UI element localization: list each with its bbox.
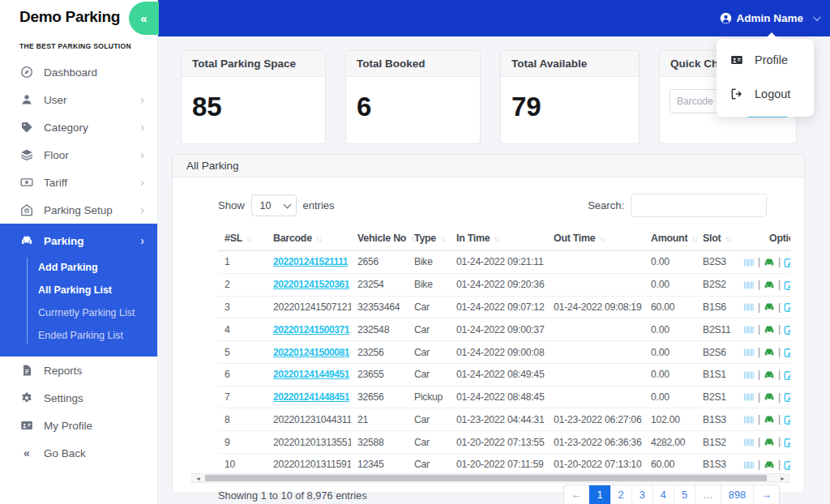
barcode-icon[interactable]: [743, 347, 755, 358]
column-header-vehicle-no[interactable]: Vehicle No↑↓: [351, 229, 408, 251]
cell-actions: |||: [737, 386, 790, 408]
barcode-icon[interactable]: [743, 301, 755, 313]
sidebar-subitem-all-parking-list[interactable]: All Parking List: [0, 279, 157, 301]
card-title: Total Parking Space: [182, 51, 325, 77]
edit-icon[interactable]: [784, 414, 790, 425]
pagination-page-3[interactable]: 3: [631, 485, 652, 504]
car-icon[interactable]: [764, 414, 775, 425]
sidebar-item-parking-setup[interactable]: Parking Setup›: [0, 196, 157, 224]
sidebar-item-floor[interactable]: Floor›: [0, 141, 157, 169]
sidebar-item-my-profile[interactable]: My Profile: [0, 412, 157, 439]
search-input[interactable]: [631, 194, 767, 217]
pagination-page-898[interactable]: 898: [721, 485, 753, 504]
barcode-icon[interactable]: [743, 369, 755, 381]
barcode-icon[interactable]: [743, 391, 755, 403]
sidebar-item-parking[interactable]: Parking›: [0, 227, 157, 254]
edit-icon[interactable]: [784, 280, 790, 291]
column-header--sl[interactable]: #SL↑↓: [218, 229, 267, 251]
menu-item-profile[interactable]: Profile: [717, 45, 814, 75]
page-length-select[interactable]: 10: [251, 194, 297, 216]
pagination-page-4[interactable]: 4: [652, 485, 674, 504]
cell-vehicle-no: 32588: [351, 431, 408, 454]
stats-row: Total Parking Space 85 Total Booked 6 To…: [181, 50, 797, 144]
car-icon[interactable]: [764, 369, 775, 381]
horizontal-scrollbar[interactable]: ◄ ►: [191, 473, 789, 483]
column-header-options[interactable]: Options: [737, 229, 790, 251]
card-total-parking-space: Total Parking Space 85: [181, 50, 326, 144]
car-icon[interactable]: [764, 391, 775, 403]
barcode-link[interactable]: 202201241521111: [273, 256, 348, 267]
pagination-page-1[interactable]: 1: [588, 485, 610, 504]
barcode-icon[interactable]: [743, 324, 755, 335]
edit-icon[interactable]: [784, 301, 790, 313]
barcode-link[interactable]: 202201241520361: [273, 279, 349, 290]
sidebar-nav: DashboardUser›Category›Floor›Tariff›Park…: [0, 58, 157, 467]
sidebar-item-go-back[interactable]: «Go Back: [0, 439, 157, 467]
menu-item-label: Logout: [755, 88, 790, 100]
column-header-type[interactable]: Type↑↓: [408, 229, 450, 251]
column-header-in-time[interactable]: In Time↑↓: [450, 229, 547, 251]
cell-vehicle-no: 32353464: [351, 296, 408, 318]
sidebar-subitem-currnetly-parking-list[interactable]: Currnetly Parking List: [0, 301, 157, 324]
menu-item-logout[interactable]: Logout: [717, 79, 814, 109]
scroll-left-arrow-icon[interactable]: ◄: [194, 476, 203, 481]
cell-out-time: [547, 318, 644, 341]
barcode-icon[interactable]: [743, 280, 755, 291]
barcode-icon[interactable]: [743, 437, 755, 448]
edit-icon[interactable]: [784, 391, 790, 403]
edit-icon[interactable]: [784, 347, 790, 358]
sidebar-subitem-add-parking[interactable]: Add Parking: [0, 256, 157, 279]
column-header-slot[interactable]: Slot↑↓: [696, 229, 737, 251]
sort-icon: ↑↓: [440, 235, 446, 243]
pagination-page-2[interactable]: 2: [610, 485, 631, 504]
car-icon[interactable]: [764, 347, 775, 358]
edit-icon[interactable]: [784, 257, 790, 268]
admin-menu-toggle[interactable]: Admin Name: [720, 0, 819, 36]
pagination-page-5[interactable]: 5: [674, 485, 695, 504]
barcode-icon[interactable]: [743, 414, 755, 425]
car-icon[interactable]: [764, 437, 775, 448]
action-separator: |: [778, 369, 781, 380]
edit-icon[interactable]: [784, 324, 790, 335]
sidebar-item-reports[interactable]: Reports: [0, 357, 157, 384]
sidebar-item-user[interactable]: User›: [0, 86, 157, 113]
barcode-link[interactable]: 202201241500081: [273, 347, 349, 358]
barcode-icon[interactable]: [743, 459, 755, 471]
sidebar-item-settings[interactable]: Settings: [0, 384, 157, 412]
column-header-barcode[interactable]: Barcode↑↓: [267, 229, 351, 251]
cell-sl: 7: [218, 386, 267, 408]
sidebar-item-dashboard[interactable]: Dashboard: [0, 58, 157, 86]
car-icon[interactable]: [764, 280, 775, 291]
cell-amount: 0.00: [644, 386, 696, 408]
cell-vehicle-no: 23254: [351, 273, 408, 296]
barcode-link[interactable]: 202201241500371: [273, 324, 349, 335]
scroll-right-arrow-icon[interactable]: ►: [778, 476, 787, 481]
sidebar-item-category[interactable]: Category›: [0, 113, 157, 141]
chevron-right-icon: ›: [140, 122, 144, 133]
pagination-prev[interactable]: ←: [564, 485, 589, 504]
barcode-link[interactable]: 202201241449451: [273, 369, 349, 380]
edit-icon[interactable]: [784, 437, 790, 448]
cell-out-time: [547, 386, 644, 408]
column-header-out-time[interactable]: Out Time↑↓: [547, 229, 644, 251]
cell-actions: |||: [737, 363, 790, 386]
my-profile-icon: [20, 419, 33, 432]
car-icon[interactable]: [764, 257, 775, 268]
barcode-link[interactable]: 202201241448451: [273, 391, 349, 403]
sidebar-item-tariff[interactable]: Tariff›: [0, 169, 157, 196]
scrollbar-thumb[interactable]: [205, 475, 767, 481]
sidebar-collapse-button[interactable]: «: [129, 2, 159, 35]
cell-barcode: 202201241448451: [267, 386, 351, 408]
settings-icon: [20, 391, 33, 404]
car-icon[interactable]: [764, 301, 775, 313]
action-separator: |: [778, 279, 781, 290]
sidebar-subitem-ended-parking-list[interactable]: Ended Parking List: [0, 324, 157, 347]
pagination-next[interactable]: →: [753, 485, 779, 504]
barcode-icon[interactable]: [743, 257, 755, 268]
column-header-amount[interactable]: Amount↑↓: [644, 229, 696, 251]
edit-icon[interactable]: [784, 459, 790, 471]
cell-slot: B1S3: [696, 408, 737, 431]
edit-icon[interactable]: [784, 369, 790, 381]
car-icon[interactable]: [764, 324, 775, 335]
car-icon[interactable]: [764, 459, 775, 471]
